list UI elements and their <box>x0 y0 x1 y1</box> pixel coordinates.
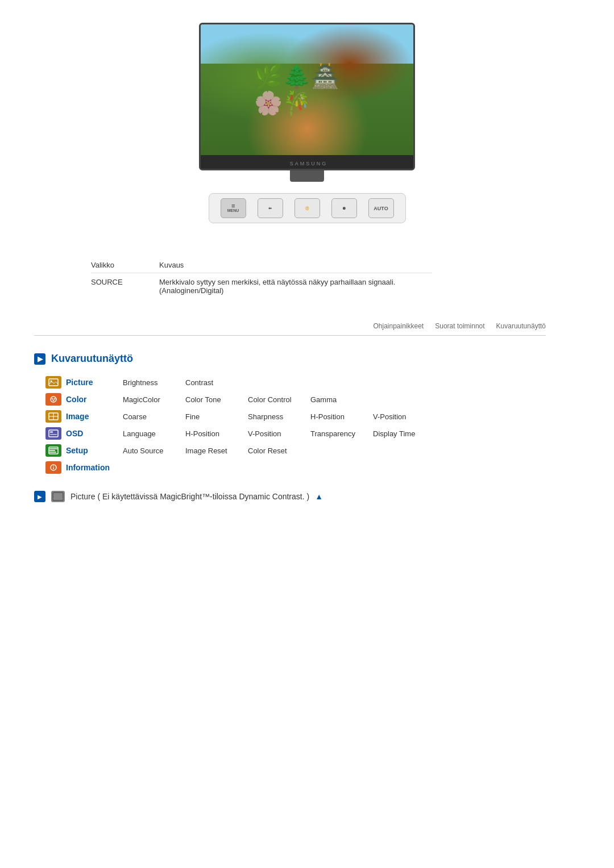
nav-button[interactable]: ⬅ <box>258 198 283 218</box>
table-row: SOURCE Merkkivalo syttyy sen merkiksi, e… <box>91 273 432 300</box>
setup-colorreset[interactable]: Color Reset <box>248 446 310 455</box>
osd-items: Language H-Position V-Position Transpare… <box>123 429 435 438</box>
information-icon <box>45 461 61 474</box>
col-header-menu: Valikko <box>91 257 159 273</box>
monitor-stand <box>290 170 324 182</box>
svg-rect-15 <box>49 452 56 453</box>
svg-point-5 <box>53 400 55 402</box>
info-table: Valikko Kuvaus SOURCE Merkkivalo syttyy … <box>91 257 432 299</box>
image-items: Coarse Fine Sharpness H-Position V-Posit… <box>123 412 435 421</box>
color-icon <box>45 393 61 406</box>
monitor-screen <box>201 24 413 155</box>
svg-rect-10 <box>50 431 53 433</box>
setup-category: Setup <box>66 446 123 455</box>
osd-category: OSD <box>66 429 123 438</box>
image-row: Image Coarse Fine Sharpness H-Position V… <box>45 410 580 423</box>
image-sharpness[interactable]: Sharpness <box>248 412 310 421</box>
osd-icon <box>45 427 61 440</box>
section-icon: ▶ <box>34 353 45 365</box>
bottom-section: ▶ Picture ( Ei käytettävissä MagicBright… <box>34 491 580 502</box>
image-hposition[interactable]: H-Position <box>310 412 373 421</box>
setup-icon <box>45 444 61 457</box>
menu-button[interactable]: ☰ MENU <box>221 198 246 218</box>
picture-brightness[interactable]: Brightness <box>123 378 185 387</box>
svg-point-4 <box>54 398 56 400</box>
tab-osd[interactable]: Kuvaruutunäyttö <box>496 322 546 332</box>
monitor-frame: SAMSUNG <box>199 23 415 170</box>
osd-row: OSD Language H-Position V-Position Trans… <box>45 427 580 440</box>
tab-direct[interactable]: Suorat toiminnot <box>435 322 484 332</box>
svg-point-20 <box>54 494 56 496</box>
osd-vposition[interactable]: V-Position <box>248 429 310 438</box>
color-gamma[interactable]: Gamma <box>310 395 373 404</box>
main-section: ▶ Kuvaruutunäyttö Picture Brightness Con… <box>34 353 580 474</box>
menu-desc: Merkkivalo syttyy sen merkiksi, että näy… <box>159 273 432 300</box>
bottom-pic-icon <box>51 491 65 502</box>
image-coarse[interactable]: Coarse <box>123 412 185 421</box>
bottom-text: Picture ( Ei käytettävissä MagicBright™-… <box>70 492 309 501</box>
up-arrow-icon[interactable]: ▲ <box>315 492 323 501</box>
setup-row: Setup Auto Source Image Reset Color Rese… <box>45 444 580 457</box>
svg-rect-13 <box>49 448 57 449</box>
information-category[interactable]: Information <box>66 463 123 472</box>
section-title: Kuvaruutunäyttö <box>51 353 133 365</box>
color-tone[interactable]: Color Tone <box>185 395 248 404</box>
tab-controls[interactable]: Ohjainpainikkeet <box>373 322 424 332</box>
osd-displaytime[interactable]: Display Time <box>373 429 435 438</box>
auto-button[interactable]: AUTO <box>368 198 394 218</box>
osd-hposition[interactable]: H-Position <box>185 429 248 438</box>
nav-tabs: Ohjainpainikkeet Suorat toiminnot Kuvaru… <box>34 322 546 336</box>
picture-icon <box>45 376 61 389</box>
adjust-button[interactable]: 🔆 <box>294 198 320 218</box>
osd-transparency[interactable]: Transparency <box>310 429 373 438</box>
image-vposition[interactable]: V-Position <box>373 412 435 421</box>
color-magiccolor[interactable]: MagicColor <box>123 395 185 404</box>
svg-rect-19 <box>53 493 63 500</box>
svg-rect-14 <box>49 450 55 451</box>
image-icon <box>45 410 61 423</box>
information-row: Information <box>45 461 580 474</box>
svg-rect-11 <box>50 434 57 435</box>
button-panel: ☰ MENU ⬅ 🔆 ⏺ AUTO <box>209 193 406 223</box>
color-category: Color <box>66 395 123 404</box>
svg-point-3 <box>52 398 53 400</box>
picture-contrast[interactable]: Contrast <box>185 378 248 387</box>
osd-language[interactable]: Language <box>123 429 185 438</box>
monitor-section: SAMSUNG ☰ MENU ⬅ 🔆 ⏺ AUTO <box>34 23 580 223</box>
setup-items: Auto Source Image Reset Color Reset <box>123 446 310 455</box>
color-row: Color MagicColor Color Tone Color Contro… <box>45 393 580 406</box>
setup-imagereset[interactable]: Image Reset <box>185 446 248 455</box>
col-header-desc: Kuvaus <box>159 257 432 273</box>
menu-grid: Picture Brightness Contrast Color <box>45 376 580 474</box>
svg-rect-9 <box>49 430 58 437</box>
setup-autosource[interactable]: Auto Source <box>123 446 185 455</box>
monitor-bottom: SAMSUNG <box>201 155 415 170</box>
svg-point-17 <box>53 466 54 467</box>
color-items: MagicColor Color Tone Color Control Gamm… <box>123 395 373 404</box>
image-category: Image <box>66 412 123 421</box>
picture-items: Brightness Contrast <box>123 378 248 387</box>
ok-button[interactable]: ⏺ <box>331 198 357 218</box>
monitor-brand: SAMSUNG <box>290 161 328 166</box>
image-fine[interactable]: Fine <box>185 412 248 421</box>
info-table-section: Valikko Kuvaus SOURCE Merkkivalo syttyy … <box>91 257 580 299</box>
menu-name: SOURCE <box>91 273 159 300</box>
bottom-play-icon[interactable]: ▶ <box>34 491 45 502</box>
picture-row: Picture Brightness Contrast <box>45 376 580 389</box>
picture-category: Picture <box>66 378 123 387</box>
section-header: ▶ Kuvaruutunäyttö <box>34 353 580 365</box>
color-control[interactable]: Color Control <box>248 395 310 404</box>
